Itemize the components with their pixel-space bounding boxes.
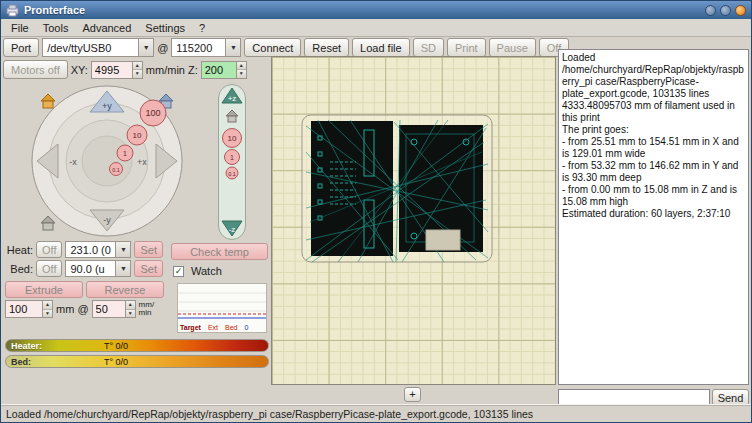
case-part-left (311, 121, 393, 256)
heat-label: Heat: (5, 244, 33, 256)
temp-graph: Target Ext Bed 0 (177, 283, 267, 333)
xy-step-1-label: 1 (123, 150, 127, 157)
menubar: File Tools Advanced Settings ? (1, 19, 751, 37)
spin-up-icon[interactable]: ▲ (126, 301, 135, 310)
titlebar[interactable]: Pronterface (1, 1, 751, 19)
extrude-row: Extrude Reverse (5, 281, 164, 298)
extrude-button[interactable]: Extrude (5, 281, 83, 298)
spin-down-icon[interactable]: ▼ (133, 70, 142, 78)
minus-x-label: -x (69, 157, 77, 167)
motors-off-button[interactable]: Motors off (3, 60, 68, 79)
hotend-temp-row: Heat: Off 231.0 (0 ▼ Set (5, 241, 163, 258)
extrude-amount-row: ▲ ▼ mm @ ▲ ▼ mm/min (5, 300, 154, 318)
heat-off-button[interactable]: Off (36, 241, 62, 258)
chevron-down-icon[interactable]: ▼ (225, 39, 240, 56)
bed-temp-value: 90.0 (u (66, 263, 115, 275)
menu-tools[interactable]: Tools (36, 20, 76, 36)
menu-file[interactable]: File (4, 20, 36, 36)
minimize-button[interactable] (705, 5, 716, 16)
log-output[interactable]: Loaded /home/churchyard/RepRap/objekty/r… (558, 49, 749, 385)
plus-x-label: +x (137, 157, 147, 167)
pronterface-window: Pronterface File Tools Advanced Settings… (0, 0, 752, 423)
heater-gauge-label: Heater: (6, 341, 42, 351)
bed-off-button[interactable]: Off (36, 260, 62, 277)
heat-temp-combobox[interactable]: 231.0 (0 ▼ (65, 241, 131, 258)
chevron-down-icon[interactable]: ▼ (115, 242, 130, 257)
xy-feed-input[interactable] (92, 62, 132, 78)
load-file-button[interactable]: Load file (352, 38, 410, 57)
plus-y-label: +y (102, 101, 112, 111)
watch-label: Watch (191, 265, 222, 277)
xy-step-100-label: 100 (145, 108, 160, 118)
bed-temp-row: Bed: Off 90.0 (u ▼ Set (5, 260, 163, 277)
bed-set-button[interactable]: Set (134, 260, 163, 277)
spin-down-icon[interactable]: ▼ (126, 310, 135, 318)
temp-graph-plot (178, 284, 266, 320)
port-combobox[interactable]: /dev/ttyUSB0 ▼ (42, 38, 154, 57)
maximize-button[interactable] (720, 5, 731, 16)
extrude-length-unit: mm @ (56, 303, 89, 315)
xy-step-10-label: 10 (133, 131, 142, 140)
port-button[interactable]: Port (3, 38, 39, 57)
extrude-length-input[interactable] (6, 301, 42, 317)
temp-graph-legend: Target Ext Bed 0 (180, 324, 248, 331)
xy-feed-label: XY: (71, 64, 88, 76)
home-x-icon[interactable] (41, 94, 55, 108)
z-feed-spinner[interactable]: ▲ ▼ (201, 61, 247, 79)
print-button[interactable]: Print (447, 38, 486, 57)
watch-checkbox[interactable]: ✓ (173, 266, 184, 277)
port-value: /dev/ttyUSB0 (43, 42, 138, 54)
minus-z-label: -z (229, 225, 236, 234)
extrude-speed-spinner[interactable]: ▲ ▼ (92, 300, 136, 318)
watch-row: ✓ Watch (173, 265, 222, 277)
legend-bed: Bed (225, 324, 237, 331)
xy-feed-spinner[interactable]: ▲ ▼ (91, 61, 143, 79)
spin-down-icon[interactable]: ▼ (43, 310, 52, 318)
spin-down-icon[interactable]: ▼ (237, 70, 246, 78)
bed-label: Bed: (5, 263, 33, 275)
bed-temp-combobox[interactable]: 90.0 (u ▼ (65, 260, 131, 277)
chevron-down-icon[interactable]: ▼ (138, 39, 153, 56)
menu-settings[interactable]: Settings (138, 20, 192, 36)
sd-button[interactable]: SD (413, 38, 444, 57)
z-step-10-label: 10 (228, 134, 237, 143)
z-feed-input[interactable] (202, 62, 236, 78)
menu-advanced[interactable]: Advanced (75, 20, 138, 36)
z-feed-label: Z: (188, 64, 198, 76)
connection-toolbar: Port /dev/ttyUSB0 ▼ @ 115200 ▼ Connect R… (3, 38, 569, 57)
reset-button[interactable]: Reset (304, 38, 349, 57)
at-label: @ (157, 42, 168, 54)
menu-help[interactable]: ? (192, 20, 212, 36)
legend-zero: 0 (244, 324, 248, 331)
home-all-icon[interactable] (41, 216, 55, 230)
spin-up-icon[interactable]: ▲ (237, 62, 246, 71)
pause-button[interactable]: Pause (489, 38, 536, 57)
heat-set-button[interactable]: Set (134, 241, 163, 258)
z-step-01-label: 0.1 (228, 171, 236, 177)
spin-up-icon[interactable]: ▲ (133, 62, 142, 71)
legend-ext: Ext (208, 324, 218, 331)
connect-button[interactable]: Connect (244, 38, 301, 57)
xy-step-01-label: 0.1 (112, 167, 120, 173)
extrude-length-spinner[interactable]: ▲ ▼ (5, 300, 53, 318)
chevron-down-icon[interactable]: ▼ (115, 261, 130, 276)
command-input[interactable] (558, 389, 710, 405)
close-button[interactable] (735, 5, 746, 16)
check-temp-button[interactable]: Check temp (171, 243, 268, 260)
reverse-button[interactable]: Reverse (86, 281, 164, 298)
baud-combobox[interactable]: 115200 ▼ (171, 38, 241, 57)
zoom-in-button[interactable]: + (404, 387, 421, 402)
statusbar: Loaded /home/churchyard/RepRap/objekty/r… (1, 404, 751, 422)
plus-z-label: +z (228, 94, 237, 103)
heater-gauge: Heater: T° 0/0 (5, 339, 269, 352)
xy-feed-unit: mm/min (146, 64, 185, 76)
extrude-speed-input[interactable] (93, 301, 125, 317)
gcode-viewer[interactable] (271, 56, 556, 385)
baud-value: 115200 (172, 42, 225, 54)
z-step-1-label: 1 (230, 154, 234, 161)
app-icon (6, 4, 19, 17)
spin-up-icon[interactable]: ▲ (43, 301, 52, 310)
status-text: Loaded /home/churchyard/RepRap/objekty/r… (6, 408, 533, 420)
feedrate-toolbar: Motors off XY: ▲ ▼ mm/min Z: ▲ ▼ (3, 60, 247, 79)
z-jog-strip: +z 10 1 0.1 -z (217, 83, 247, 241)
